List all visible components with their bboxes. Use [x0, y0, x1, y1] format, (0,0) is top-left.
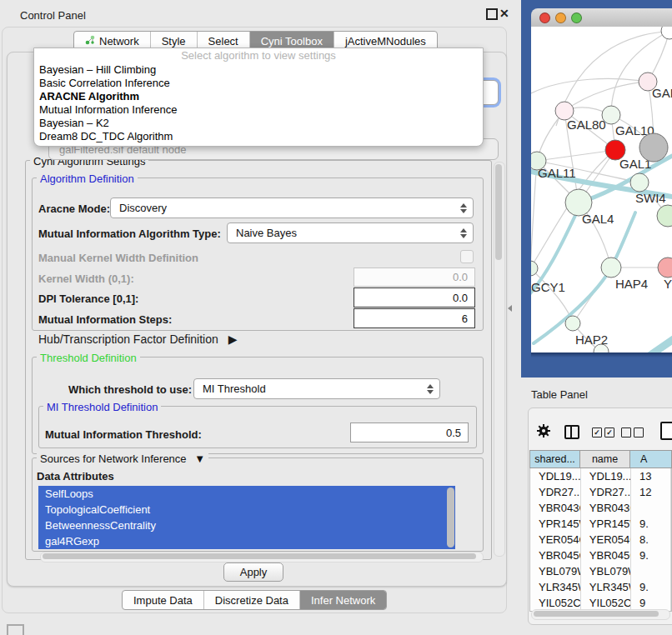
attribute-selfloops[interactable]: SelfLoops	[38, 486, 455, 502]
table-cell: YER054C	[581, 532, 631, 548]
column-header-a[interactable]: A	[630, 450, 672, 468]
settings-horizontal-scrollbar[interactable]	[40, 552, 484, 562]
algorithm-definition-title: Algorithm Definition	[37, 172, 138, 185]
table-row[interactable]: YBL079WYBL079W	[530, 563, 671, 579]
node-hap2[interactable]	[565, 316, 580, 331]
table-horizontal-scrollbar[interactable]	[531, 609, 670, 620]
divider-grip-icon[interactable]	[508, 305, 512, 312]
minimize-window-icon[interactable]	[555, 12, 566, 23]
algorithm-option-bayesian-hill-climbing[interactable]: Bayesian – Hill Climbing	[34, 63, 483, 77]
node-gray-hub[interactable]	[639, 133, 668, 162]
apply-button[interactable]: Apply	[223, 562, 283, 582]
table-cell: YER054C	[530, 532, 581, 548]
mi-algorithm-type-combo[interactable]: Naive Bayes	[227, 222, 474, 243]
table-cell: YBR045C	[581, 548, 631, 563]
split-columns-icon[interactable]	[564, 425, 579, 439]
dpi-tolerance-value: 0.0	[453, 292, 468, 304]
algorithm-dropdown-prompt: Select algorithm to view settings	[34, 48, 483, 63]
aracne-mode-value: Discovery	[119, 202, 167, 214]
node-swi4[interactable]	[630, 173, 649, 192]
column-header-name[interactable]: name	[580, 450, 630, 468]
attribute-betweennesscentrality[interactable]: BetweennessCentrality	[38, 518, 455, 533]
data-attributes-label: Data Attributes	[37, 470, 114, 482]
settings-vertical-scrollbar-thumb[interactable]	[495, 164, 502, 260]
table-cell: YDL19...	[581, 468, 631, 484]
close-window-icon[interactable]	[539, 12, 550, 23]
dpi-tolerance-input[interactable]: 0.0	[354, 288, 475, 308]
algorithm-option-dream8-dc-tdc-algorithm[interactable]: Dream8 DC_TDC Algorithm	[34, 130, 483, 143]
data-attributes-list: SelfLoopsTopologicalCoefficientBetweenne…	[38, 486, 455, 549]
node-gal10[interactable]	[602, 106, 620, 124]
network-canvas: GALGAL80GAL10GAL1GAL11GAL4SWI4GCY1HAP4YH…	[531, 27, 672, 352]
unchecked-checkbox-icon[interactable]	[621, 428, 631, 438]
algorithm-dropdown-popup: Select algorithm to view settings Bayesi…	[33, 48, 484, 147]
node-green-right[interactable]	[657, 205, 672, 227]
table-row[interactable]: YDR27...YDR27...12	[530, 484, 671, 500]
node-gal4-label: GAL4	[582, 212, 614, 226]
table-row[interactable]: YPR145WYPR145W9.	[530, 516, 671, 532]
which-threshold-combo[interactable]: MI Threshold	[193, 378, 440, 399]
manual-kernel-width-checkbox[interactable]	[460, 250, 474, 263]
sources-group-title[interactable]: Sources for Network Inference ▼	[37, 452, 208, 465]
checked-checkbox-icon[interactable]: ✓	[592, 428, 602, 438]
attributes-scrollbar-thumb[interactable]	[447, 488, 454, 548]
attribute-topologicalcoefficient[interactable]: TopologicalCoefficient	[38, 502, 455, 518]
table-cell	[631, 500, 671, 516]
network-edge	[531, 79, 648, 93]
hub-definition-toggle[interactable]: Hub/Transcription Factor Definition ▶	[38, 332, 237, 346]
tab-infer-network[interactable]: Infer Network	[299, 591, 386, 609]
aracne-mode-combo[interactable]: Discovery	[110, 198, 474, 218]
table-cell: 9.	[631, 579, 671, 595]
network-view[interactable]: GALGAL80GAL10GAL1GAL11GAL4SWI4GCY1HAP4YH…	[531, 27, 672, 352]
float-window-icon[interactable]	[486, 8, 498, 20]
node-hap4-label: HAP4	[615, 277, 648, 291]
node-gcy1[interactable]	[531, 261, 538, 276]
control-panel-title: Control Panel	[20, 9, 86, 22]
kernel-width-input[interactable]: 0.0	[354, 268, 475, 287]
combo-spinner-icon	[460, 228, 467, 238]
mi-threshold-input[interactable]: 0.5	[350, 422, 469, 442]
table-row[interactable]: YDL19...YDL19...13	[530, 468, 671, 484]
checked-checkbox-icon[interactable]: ✓	[604, 428, 614, 438]
manual-kernel-width-label: Manual Kernel Width Definition	[38, 252, 198, 264]
which-threshold-label: Which threshold to use:	[68, 383, 192, 396]
table-row[interactable]: YER054CYER054C8.	[530, 532, 671, 548]
table-row[interactable]: YBR043CYBR043C	[530, 500, 671, 516]
node-salmon[interactable]	[658, 258, 672, 278]
table-cell: 8.	[631, 532, 671, 548]
maximize-window-icon[interactable]	[571, 12, 582, 23]
node-salmon-label: Y	[664, 277, 672, 291]
table-row[interactable]: YBR045CYBR045C9.	[530, 548, 671, 563]
table-settings-gear-icon[interactable]	[536, 423, 551, 438]
document-icon[interactable]	[660, 422, 672, 440]
close-panel-icon[interactable]: ✕	[499, 8, 509, 19]
node-table: YDL19...YDL19...13YDR27...YDR27...12YBR0…	[529, 468, 672, 612]
tab-discretize-data[interactable]: Discretize Data	[203, 591, 299, 609]
column-header-shared[interactable]: shared...	[529, 450, 580, 468]
algorithm-option-aracne-algorithm[interactable]: ARACNE Algorithm	[34, 90, 483, 103]
algorithm-option-basic-correlation-inference[interactable]: Basic Correlation Inference	[34, 77, 483, 90]
attribute-gal4rgexp[interactable]: gal4RGexp	[38, 533, 455, 549]
algorithm-option-bayesian-k2[interactable]: Bayesian – K2	[34, 117, 483, 130]
unchecked-checkbox-icon[interactable]	[634, 428, 644, 438]
tab-label: Impute Data	[133, 594, 193, 607]
settings-vertical-scrollbar[interactable]	[494, 162, 505, 557]
screenshot-root: { "icons": {"close": "✕", "hub_arrow": "…	[0, 0, 672, 635]
tab-impute-data[interactable]: Impute Data	[123, 591, 203, 609]
table-cell: YPR145W	[581, 516, 631, 532]
node-top-right[interactable]	[661, 27, 672, 39]
table-cell: 13	[631, 468, 671, 484]
algorithm-option-mutual-information-inference[interactable]: Mutual Information Inference	[34, 103, 483, 117]
float-panel-icon[interactable]	[7, 624, 24, 635]
mi-steps-input[interactable]: 6	[354, 308, 475, 328]
table-cell: 12	[631, 484, 671, 500]
network-edge	[531, 161, 537, 268]
aracne-mode-label: Aracne Mode:	[38, 202, 110, 215]
table-row[interactable]: YLR345WYLR345W9.	[530, 579, 671, 595]
table-horizontal-scrollbar-thumb[interactable]	[534, 611, 659, 617]
table-cell: 9.	[631, 548, 671, 563]
network-window-titlebar[interactable]	[531, 8, 672, 28]
settings-horizontal-scrollbar-thumb[interactable]	[43, 553, 476, 559]
node-hap4[interactable]	[601, 258, 621, 278]
kernel-width-value: 0.0	[453, 271, 468, 283]
